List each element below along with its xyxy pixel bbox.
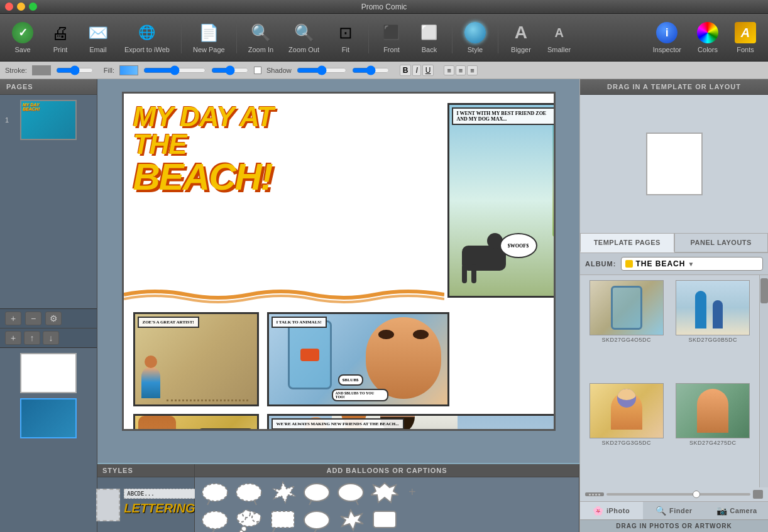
minimize-button[interactable] [17,3,25,11]
balloon-oval-6[interactable] [337,481,365,505]
zoom-out-button[interactable]: 🔍 Zoom Out [282,18,326,57]
align-left-button[interactable]: ≡ [444,65,454,75]
photos-slider [580,487,768,501]
svg-point-0 [202,484,228,501]
underline-button[interactable]: U [422,65,434,76]
svg-point-15 [304,484,329,501]
save-button[interactable]: Save [5,18,40,57]
front-button[interactable]: ⬛ Front [374,18,409,57]
photo-item-3[interactable]: SKD27GG3G5DC [585,383,668,482]
balloon-oval-1[interactable] [201,481,229,505]
balloons-panel: ADD BALLOONS OR CAPTIONS [195,464,579,532]
photo-item-2[interactable]: SKD27GG0B5DC [672,280,755,379]
canvas-wrapper-outer: MY DAY AT THE BEACH! [97,79,579,532]
style-icon [464,22,486,43]
fill-slider2[interactable] [211,67,249,74]
add-balloon-button[interactable]: + [407,481,420,505]
separator-5 [498,22,498,53]
shadow-label: Shadow [266,67,292,74]
email-button[interactable]: ✉️ Email [80,18,116,57]
remove-page-button[interactable]: − [25,312,41,325]
layer-item-2[interactable] [20,398,77,438]
layer-item-1[interactable] [20,353,77,393]
title-line1: MY DAY AT THE [133,103,328,158]
separator-4 [452,22,453,53]
photos-grid-wrapper: SKD27GG4O5DC SKD27GG0B5DC [580,275,768,487]
fonts-button[interactable]: A Fonts [728,18,763,57]
balloon-cloud-1[interactable] [235,509,263,532]
pages-toolbar: + − ⚙ [0,308,97,328]
camera-icon: 📷 [716,506,728,516]
caption-3: ZOE'S A GREAT ARTIST! [138,317,199,328]
svg-point-4 [236,484,261,501]
fill-slider[interactable] [143,67,206,74]
shadow-checkbox[interactable] [254,67,261,74]
balloon-rect-2[interactable] [371,509,398,532]
panel-3: I TALK TO ANIMALS! $BLUB$ AND $BLUBS TO … [267,312,449,406]
layers-section: + ↑ ↓ [0,328,97,532]
caption-4: I TALK TO ANIMALS! [272,317,327,328]
shadow-slider[interactable] [297,67,347,74]
album-selector[interactable]: THE BEACH ▼ [621,257,763,271]
stroke-swatch[interactable] [32,65,51,75]
caption-7: AND $BLUBS TO YOU TOO! [332,389,388,401]
colors-button[interactable]: Colors [690,18,725,57]
fit-button[interactable]: ⊡ Fit [328,18,363,57]
photo-label-1: SKD27GG4O5DC [601,337,651,343]
style-button[interactable]: Style [458,18,493,57]
template-pages-button[interactable]: TEMPLATE PAGES [580,233,674,252]
zoom-in-button[interactable]: 🔍 Zoom In [242,18,280,57]
move-down-button[interactable]: ↓ [43,331,59,345]
canvas-area[interactable]: MY DAY AT THE BEACH! [97,79,579,463]
move-up-button[interactable]: ↑ [24,331,40,345]
balloon-oval-5[interactable] [303,509,331,532]
inspector-button[interactable]: i Inspector [647,18,688,57]
close-button[interactable] [5,3,13,11]
balloon-oval-4[interactable] [303,481,331,505]
iphoto-tab[interactable]: 🌸 iPhoto [580,502,643,519]
svg-point-19 [338,484,363,501]
balloon-spiky-1[interactable] [269,481,297,505]
print-button[interactable]: 🖨 Print [43,18,78,57]
style-rect-blank[interactable] [96,489,120,521]
balloon-rect-1[interactable] [269,509,297,532]
photos-scrollbar[interactable] [759,275,768,487]
photo-item-4[interactable]: SKD27G4275DC [672,383,755,482]
album-dropdown-arrow: ▼ [688,261,694,268]
balloon-oval-3[interactable] [235,481,263,505]
scrollbar-thumb[interactable] [760,278,768,303]
page-settings-button[interactable]: ⚙ [45,312,62,325]
size-slider-track[interactable] [606,493,750,496]
page-number-1: 1 [5,116,15,124]
balloon-spiky-3[interactable] [371,481,398,505]
panel-layouts-button[interactable]: PANEL LAYOUTS [674,233,769,252]
new-page-button[interactable]: 📄 New Page [187,18,231,57]
balloon-spiky-2[interactable] [337,509,365,532]
stroke-slider[interactable] [56,67,94,74]
style-lettering[interactable]: LETTERING [124,501,195,516]
caption-6: $BLUB$ [338,374,363,386]
italic-button[interactable]: I [412,65,420,76]
comic-wave [124,285,444,304]
svg-point-9 [243,510,250,518]
bigger-button[interactable]: A Bigger [503,18,539,57]
add-layer-button[interactable]: + [5,331,21,345]
bold-button[interactable]: B [400,65,412,76]
align-right-button[interactable]: ≡ [467,65,477,75]
shadow-slider2[interactable] [352,67,390,74]
camera-tab[interactable]: 📷 Camera [705,502,768,519]
fill-swatch[interactable] [119,65,138,75]
size-slider-thumb[interactable] [693,491,700,498]
export-button[interactable]: 🌐 Export to iWeb [118,18,176,57]
photo-item-1[interactable]: SKD27GG4O5DC [585,280,668,379]
add-page-button[interactable]: + [5,312,21,325]
maximize-button[interactable] [29,3,37,11]
back-button[interactable]: ⬜ Back [412,18,447,57]
separator-1 [181,22,182,53]
fonts-icon: A [735,22,756,43]
page-thumb-1[interactable]: 1 MY DAYBEACH! [5,100,92,140]
finder-tab[interactable]: 🔍 Finder [643,502,706,519]
smaller-button[interactable]: A Smaller [541,18,577,57]
align-center-button[interactable]: ≡ [456,65,466,75]
balloon-oval-2[interactable] [201,509,229,532]
